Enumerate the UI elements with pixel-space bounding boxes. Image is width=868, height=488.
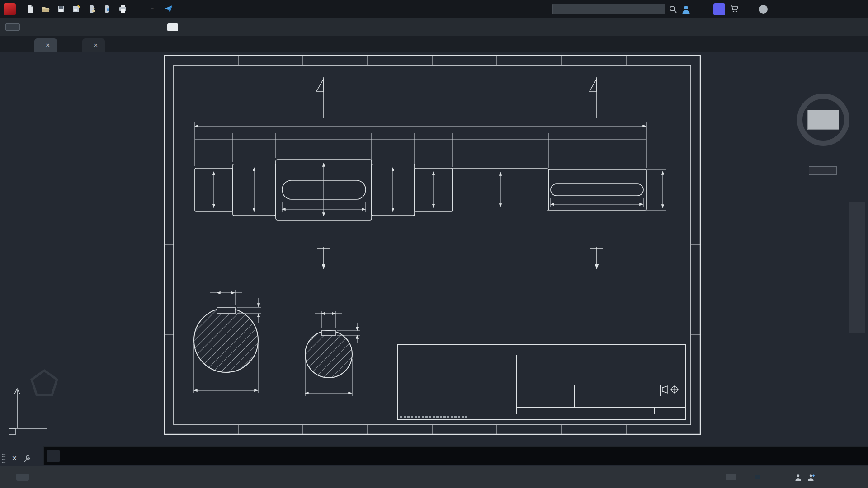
tab-eixo-carrinho[interactable]: ✕ (82, 38, 105, 52)
graphics-performance-button[interactable] (853, 475, 858, 479)
shaft-front-view (195, 160, 646, 220)
tab-pinhao[interactable] (130, 38, 145, 52)
annotation-visibility-toggle[interactable] (792, 472, 804, 483)
isolate-objects-button[interactable] (846, 475, 852, 479)
ribbon-state-icon[interactable] (167, 23, 178, 31)
command-dock: ✕ (2, 449, 31, 467)
open-from-web-mobile-icon[interactable] (86, 4, 97, 14)
polar-tracking-toggle[interactable] (761, 475, 768, 479)
section-a-view (194, 290, 261, 393)
annotation-person-icon (795, 474, 802, 481)
health-alert-badge[interactable] (713, 3, 725, 15)
clean-screen-button[interactable] (859, 475, 864, 479)
ribbon-tab-colaborar[interactable] (115, 24, 128, 30)
close-icon[interactable]: ✕ (94, 42, 98, 48)
save-icon[interactable] (56, 4, 66, 14)
command-input[interactable] (66, 452, 868, 460)
watermark-logo (30, 369, 59, 398)
app-store-cart-icon[interactable] (730, 5, 739, 13)
title-block-logo-cell (398, 355, 517, 414)
annotation-autoscale-toggle[interactable] (805, 472, 817, 483)
wcs-dropdown[interactable] (809, 166, 837, 175)
status-toggles (726, 472, 868, 483)
command-close-icon[interactable]: ✕ (12, 455, 17, 462)
autocad-window: ≡ (0, 0, 868, 488)
navigation-bar[interactable] (849, 202, 865, 333)
view-cube[interactable] (771, 75, 868, 178)
ribbon-tab-gerenciar[interactable] (74, 24, 88, 30)
annotation-person-add-icon (808, 474, 815, 481)
isodraft-toggle[interactable] (769, 475, 776, 479)
section-markers (316, 77, 603, 269)
paper-plane-icon (165, 5, 173, 13)
section-b-view (305, 311, 360, 396)
title-block (397, 344, 686, 420)
keyway-right (551, 184, 643, 196)
autocad-logo-icon[interactable] (4, 3, 16, 15)
drawing-sheet[interactable] (164, 55, 701, 435)
annotation-scale-selector[interactable] (825, 475, 831, 479)
help-search-input[interactable] (552, 4, 665, 14)
ribbon-tab-parametrico[interactable] (47, 24, 61, 30)
command-line[interactable] (43, 446, 868, 465)
qat-customize-icon[interactable]: ≡ (151, 6, 154, 12)
titlebar-divider (754, 4, 754, 14)
quick-access-toolbar: ≡ (4, 0, 176, 18)
projection-symbol-icon (661, 385, 681, 394)
command-wrench-icon[interactable] (23, 455, 31, 462)
title-block-microtext (398, 414, 685, 419)
ribbon-tab-inserir[interactable] (20, 24, 33, 30)
customization-button[interactable] (840, 475, 845, 479)
layout-tab-modelo[interactable] (16, 474, 29, 481)
object-snap-tracking-toggle[interactable] (777, 475, 783, 479)
document-tab-bar: ✕ ✕ (0, 36, 868, 52)
ribbon-tab-complementos[interactable] (101, 24, 115, 30)
new-file-icon[interactable] (25, 4, 36, 14)
ribbon-tab-saida[interactable] (88, 24, 101, 30)
open-folder-icon[interactable] (40, 4, 51, 14)
help-icon[interactable] (759, 5, 768, 14)
command-prompt-icon (47, 450, 60, 462)
tab-bloco-mesa[interactable] (110, 38, 125, 52)
tab-iniciar[interactable] (20, 38, 34, 52)
close-icon[interactable]: ✕ (46, 42, 50, 48)
save-to-web-mobile-icon[interactable] (102, 4, 113, 14)
tab-planta-aula[interactable]: ✕ (34, 38, 57, 52)
snap-mode-toggle[interactable] (747, 475, 754, 479)
ribbon-tab-bar (0, 18, 868, 36)
grid-display-toggle[interactable] (741, 475, 746, 479)
tab-planta-orla[interactable] (62, 38, 77, 52)
annotation-scale-letter[interactable] (818, 475, 824, 479)
view-cube-top-face[interactable] (807, 110, 839, 130)
ribbon-tab-vista[interactable] (61, 24, 74, 30)
ribbon-tab-padrao[interactable] (5, 23, 20, 31)
titlebar-right-cluster (549, 0, 863, 18)
workspace-switcher[interactable] (832, 475, 839, 479)
titlebar: ≡ (0, 0, 868, 18)
layout-tab-layout1[interactable] (29, 474, 42, 481)
ortho-mode-toggle[interactable] (755, 475, 760, 479)
plot-printer-icon[interactable] (117, 4, 128, 14)
object-snap-toggle[interactable] (784, 475, 791, 479)
status-bar (0, 466, 868, 488)
command-grip-handle[interactable] (2, 453, 6, 464)
ribbon-tab-express-tools[interactable] (128, 24, 142, 30)
search-icon[interactable] (669, 5, 677, 13)
ribbon-tab-aplicativos[interactable] (142, 24, 156, 30)
model-space-viewport[interactable]: ✕ (0, 52, 868, 466)
layout-tab-layout2[interactable] (42, 474, 54, 481)
save-as-icon[interactable] (71, 4, 82, 14)
ribbon-tab-anotacao[interactable] (33, 24, 47, 30)
model-paper-toggle[interactable] (726, 474, 736, 480)
share-button[interactable] (165, 5, 176, 13)
user-avatar-icon[interactable] (682, 5, 690, 14)
